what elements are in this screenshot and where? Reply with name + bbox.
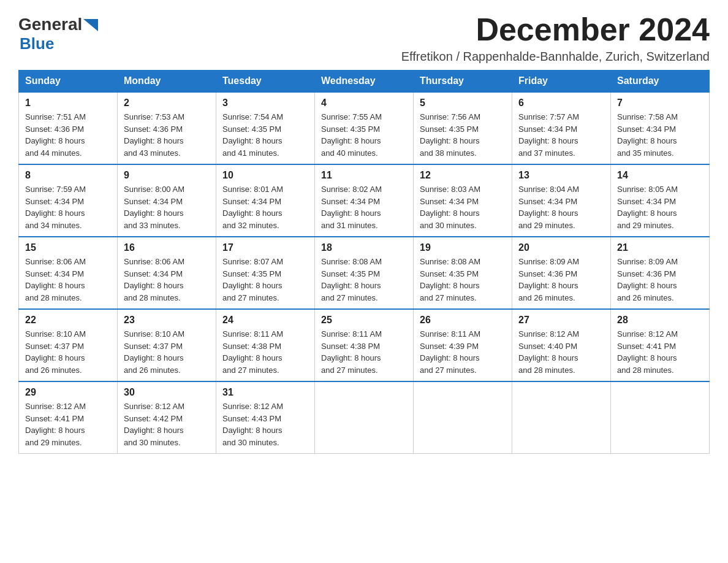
day-info: Sunrise: 8:10 AMSunset: 4:37 PMDaylight:… [25,328,111,376]
logo-blue-text: Blue [20,34,54,53]
calendar-cell: 29Sunrise: 8:12 AMSunset: 4:41 PMDayligh… [19,381,118,454]
calendar-cell: 22Sunrise: 8:10 AMSunset: 4:37 PMDayligh… [19,309,118,381]
calendar-cell: 3Sunrise: 7:54 AMSunset: 4:35 PMDaylight… [216,92,315,164]
day-info: Sunrise: 8:11 AMSunset: 4:38 PMDaylight:… [321,328,407,376]
logo: General Blue [18,12,98,53]
calendar-cell: 13Sunrise: 8:04 AMSunset: 4:34 PMDayligh… [512,164,611,237]
day-number: 17 [222,242,308,253]
col-header-monday: Monday [118,71,216,93]
day-number: 18 [321,242,407,253]
calendar-cell: 14Sunrise: 8:05 AMSunset: 4:34 PMDayligh… [611,164,710,237]
day-info: Sunrise: 8:12 AMSunset: 4:40 PMDaylight:… [518,328,604,376]
day-info: Sunrise: 8:08 AMSunset: 4:35 PMDaylight:… [321,256,407,304]
day-number: 25 [321,315,407,326]
col-header-saturday: Saturday [611,71,710,93]
calendar-cell: 8Sunrise: 7:59 AMSunset: 4:34 PMDaylight… [19,164,118,237]
calendar-cell: 20Sunrise: 8:09 AMSunset: 4:36 PMDayligh… [512,237,611,309]
day-info: Sunrise: 8:11 AMSunset: 4:38 PMDaylight:… [222,328,308,376]
day-number: 2 [124,98,210,109]
day-number: 6 [518,98,604,109]
calendar-week-row: 8Sunrise: 7:59 AMSunset: 4:34 PMDaylight… [19,164,710,237]
day-number: 30 [124,387,210,398]
day-number: 24 [222,315,308,326]
day-number: 19 [420,242,506,253]
day-info: Sunrise: 8:06 AMSunset: 4:34 PMDaylight:… [124,256,210,304]
calendar-cell: 24Sunrise: 8:11 AMSunset: 4:38 PMDayligh… [216,309,315,381]
day-info: Sunrise: 8:12 AMSunset: 4:41 PMDaylight:… [617,328,703,376]
calendar-cell: 18Sunrise: 8:08 AMSunset: 4:35 PMDayligh… [315,237,414,309]
day-info: Sunrise: 7:59 AMSunset: 4:34 PMDaylight:… [25,183,111,231]
day-info: Sunrise: 8:04 AMSunset: 4:34 PMDaylight:… [518,183,604,231]
day-info: Sunrise: 8:12 AMSunset: 4:41 PMDaylight:… [25,400,111,448]
calendar-cell: 12Sunrise: 8:03 AMSunset: 4:34 PMDayligh… [414,164,512,237]
month-title: December 2024 [401,12,710,47]
col-header-tuesday: Tuesday [216,71,315,93]
calendar-cell: 21Sunrise: 8:09 AMSunset: 4:36 PMDayligh… [611,237,710,309]
day-info: Sunrise: 7:54 AMSunset: 4:35 PMDaylight:… [222,111,308,159]
calendar-cell: 30Sunrise: 8:12 AMSunset: 4:42 PMDayligh… [118,381,216,454]
calendar-header-row: Sunday Monday Tuesday Wednesday Thursday… [19,71,710,93]
calendar-week-row: 15Sunrise: 8:06 AMSunset: 4:34 PMDayligh… [19,237,710,309]
col-header-thursday: Thursday [414,71,512,93]
day-info: Sunrise: 8:09 AMSunset: 4:36 PMDaylight:… [518,256,604,304]
logo-general-text: General [18,15,82,34]
calendar-cell: 25Sunrise: 8:11 AMSunset: 4:38 PMDayligh… [315,309,414,381]
day-info: Sunrise: 8:00 AMSunset: 4:34 PMDaylight:… [124,183,210,231]
day-number: 10 [222,170,308,181]
day-number: 28 [617,315,703,326]
day-number: 5 [420,98,506,109]
day-number: 21 [617,242,703,253]
day-number: 31 [222,387,308,398]
day-number: 27 [518,315,604,326]
day-number: 4 [321,98,407,109]
day-info: Sunrise: 8:11 AMSunset: 4:39 PMDaylight:… [420,328,506,376]
calendar-cell: 16Sunrise: 8:06 AMSunset: 4:34 PMDayligh… [118,237,216,309]
day-number: 8 [25,170,111,181]
calendar-week-row: 1Sunrise: 7:51 AMSunset: 4:36 PMDaylight… [19,92,710,164]
calendar-cell: 5Sunrise: 7:56 AMSunset: 4:35 PMDaylight… [414,92,512,164]
calendar-cell: 26Sunrise: 8:11 AMSunset: 4:39 PMDayligh… [414,309,512,381]
day-number: 1 [25,98,111,109]
calendar-cell: 11Sunrise: 8:02 AMSunset: 4:34 PMDayligh… [315,164,414,237]
day-number: 26 [420,315,506,326]
day-info: Sunrise: 8:12 AMSunset: 4:42 PMDaylight:… [124,400,210,448]
day-info: Sunrise: 7:53 AMSunset: 4:36 PMDaylight:… [124,111,210,159]
calendar-cell: 28Sunrise: 8:12 AMSunset: 4:41 PMDayligh… [611,309,710,381]
day-info: Sunrise: 8:01 AMSunset: 4:34 PMDaylight:… [222,183,308,231]
day-info: Sunrise: 8:05 AMSunset: 4:34 PMDaylight:… [617,183,703,231]
calendar-cell [414,381,512,454]
day-number: 13 [518,170,604,181]
logo-arrow-icon [83,19,98,31]
day-number: 23 [124,315,210,326]
calendar-cell [315,381,414,454]
calendar-cell: 7Sunrise: 7:58 AMSunset: 4:34 PMDaylight… [611,92,710,164]
calendar-cell: 23Sunrise: 8:10 AMSunset: 4:37 PMDayligh… [118,309,216,381]
col-header-wednesday: Wednesday [315,71,414,93]
day-info: Sunrise: 7:58 AMSunset: 4:34 PMDaylight:… [617,111,703,159]
col-header-friday: Friday [512,71,611,93]
day-info: Sunrise: 8:02 AMSunset: 4:34 PMDaylight:… [321,183,407,231]
day-info: Sunrise: 7:56 AMSunset: 4:35 PMDaylight:… [420,111,506,159]
day-number: 29 [25,387,111,398]
day-number: 22 [25,315,111,326]
calendar-cell: 1Sunrise: 7:51 AMSunset: 4:36 PMDaylight… [19,92,118,164]
day-number: 16 [124,242,210,253]
calendar-cell: 31Sunrise: 8:12 AMSunset: 4:43 PMDayligh… [216,381,315,454]
calendar-cell: 2Sunrise: 7:53 AMSunset: 4:36 PMDaylight… [118,92,216,164]
day-number: 15 [25,242,111,253]
day-info: Sunrise: 8:09 AMSunset: 4:36 PMDaylight:… [617,256,703,304]
day-number: 12 [420,170,506,181]
day-info: Sunrise: 8:12 AMSunset: 4:43 PMDaylight:… [222,400,308,448]
calendar-week-row: 22Sunrise: 8:10 AMSunset: 4:37 PMDayligh… [19,309,710,381]
day-info: Sunrise: 8:08 AMSunset: 4:35 PMDaylight:… [420,256,506,304]
calendar-cell: 4Sunrise: 7:55 AMSunset: 4:35 PMDaylight… [315,92,414,164]
calendar-cell: 9Sunrise: 8:00 AMSunset: 4:34 PMDaylight… [118,164,216,237]
page-header: General Blue December 2024 Effretikon / … [18,12,710,64]
day-number: 3 [222,98,308,109]
day-info: Sunrise: 7:57 AMSunset: 4:34 PMDaylight:… [518,111,604,159]
day-info: Sunrise: 8:03 AMSunset: 4:34 PMDaylight:… [420,183,506,231]
day-info: Sunrise: 8:07 AMSunset: 4:35 PMDaylight:… [222,256,308,304]
day-info: Sunrise: 8:10 AMSunset: 4:37 PMDaylight:… [124,328,210,376]
day-number: 20 [518,242,604,253]
day-info: Sunrise: 7:51 AMSunset: 4:36 PMDaylight:… [25,111,111,159]
